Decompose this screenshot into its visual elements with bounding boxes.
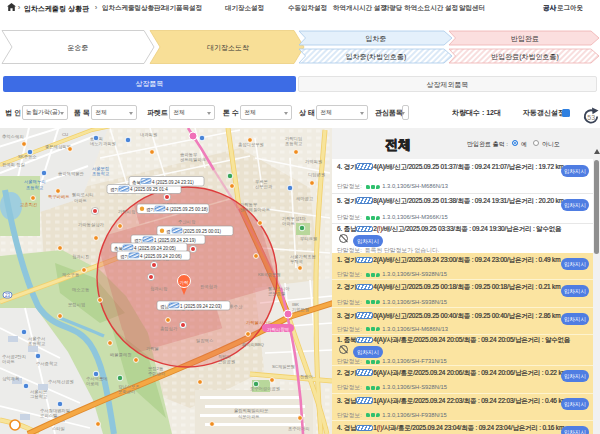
svg-text:곤운호텔: 곤운호텔 bbox=[268, 291, 285, 296]
svg-text:잔왕어: 잔왕어 bbox=[300, 374, 313, 379]
svg-text:(2025.09.25 00:01): (2025.09.25 00:01) bbox=[183, 229, 222, 234]
svg-text:식문아파트: 식문아파트 bbox=[238, 414, 259, 419]
svg-text:신무인과: 신무인과 bbox=[255, 184, 273, 189]
svg-text:부티크웰: 부티크웰 bbox=[300, 236, 317, 241]
svg-text:가역의원: 가역의원 bbox=[305, 159, 322, 164]
svg-text:초수아거리: 초수아거리 bbox=[288, 426, 309, 431]
svg-text:스타일: 스타일 bbox=[52, 426, 65, 431]
svg-text:상악계획: 상악계획 bbox=[2, 376, 19, 381]
svg-text:오피스텔: 오피스텔 bbox=[40, 413, 57, 418]
svg-text:4 (2025.09.25 01:4: 4 (2025.09.25 01:4 bbox=[130, 187, 168, 192]
svg-text:서울해누리: 서울해누리 bbox=[24, 179, 45, 184]
svg-text:경기: 경기 bbox=[134, 238, 143, 243]
svg-text:홍성디섯무원: 홍성디섯무원 bbox=[238, 142, 264, 147]
svg-text:충북: 충북 bbox=[132, 180, 142, 185]
svg-text:4 (2025.09.25 00:18): 4 (2025.09.25 00:18) bbox=[166, 207, 208, 212]
svg-text:주산시장: 주산시장 bbox=[178, 219, 196, 224]
svg-text:추억스쉐지: 추억스쉐지 bbox=[2, 134, 23, 139]
svg-text:초등학교: 초등학교 bbox=[92, 171, 109, 176]
svg-text:23: 23 bbox=[5, 293, 11, 298]
svg-text:4 (2025.09.24 20:06): 4 (2025.09.24 20:06) bbox=[140, 254, 182, 259]
svg-text:매소고동: 매소고동 bbox=[72, 287, 89, 292]
svg-text:경기: 경기 bbox=[110, 187, 119, 192]
svg-text:53: 53 bbox=[587, 114, 595, 121]
svg-text:초등학교: 초등학교 bbox=[26, 185, 43, 190]
svg-text:한국청과: 한국청과 bbox=[200, 284, 218, 289]
svg-text:KB국민은행: KB국민은행 bbox=[258, 272, 281, 277]
svg-text:특구바베트: 특구바베트 bbox=[48, 194, 69, 199]
svg-text:주민센터: 주민센터 bbox=[148, 371, 165, 376]
svg-text:한국회 창길: 한국회 창길 bbox=[2, 162, 25, 167]
svg-text:우체국: 우체국 bbox=[290, 259, 303, 264]
svg-text:아파트: 아파트 bbox=[282, 221, 295, 226]
svg-text:경: 경 bbox=[166, 229, 171, 234]
svg-text:센트레질아파트: 센트레질아파트 bbox=[240, 207, 270, 212]
svg-text:충북: 충북 bbox=[114, 246, 124, 251]
svg-text:기업은행: 기업은행 bbox=[292, 307, 309, 312]
svg-text:가락: 가락 bbox=[180, 280, 189, 285]
svg-text:입차중(차법인호출): 입차중(차법인호출) bbox=[346, 53, 407, 61]
svg-text:운송중: 운송중 bbox=[68, 44, 89, 51]
svg-text:네노기과의원: 네노기과의원 bbox=[90, 141, 116, 146]
svg-text:SK주유소: SK주유소 bbox=[18, 154, 37, 159]
svg-text:문화센터: 문화센터 bbox=[118, 389, 135, 394]
svg-text:그용학교: 그용학교 bbox=[30, 394, 47, 399]
svg-text:올림픽훼밀리타운: 올림픽훼밀리타운 bbox=[234, 408, 268, 413]
svg-text:4 (2025.09.24 20:05): 4 (2025.09.24 20:05) bbox=[134, 246, 176, 251]
svg-text:교촌치킨: 교촌치킨 bbox=[20, 202, 37, 207]
svg-text:초등학교: 초등학교 bbox=[285, 141, 302, 146]
svg-text:SC제일은행: SC제일은행 bbox=[272, 364, 295, 369]
svg-text:가락시장역: 가락시장역 bbox=[267, 327, 289, 332]
svg-text:센트레빌파크: 센트레빌파크 bbox=[180, 157, 206, 162]
svg-text:제소구동: 제소구동 bbox=[62, 272, 79, 277]
svg-text:1 (2025.09.24 23:19): 1 (2025.09.24 23:19) bbox=[154, 238, 196, 243]
svg-text:청과시진: 청과시진 bbox=[72, 254, 89, 259]
svg-text:아파트: 아파트 bbox=[2, 359, 15, 364]
svg-text:수서중학교: 수서중학교 bbox=[36, 361, 57, 366]
svg-text:가라동실상가: 가라동실상가 bbox=[78, 222, 104, 227]
svg-text:4 (2025.09.24 23:31): 4 (2025.09.24 23:31) bbox=[152, 180, 194, 185]
svg-text:초등학교: 초등학교 bbox=[28, 341, 45, 346]
svg-text:대기장소도착: 대기장소도착 bbox=[207, 44, 249, 51]
svg-text:입차중: 입차중 bbox=[366, 35, 387, 42]
svg-text:반입완료: 반입완료 bbox=[511, 35, 539, 42]
svg-text:1 (2025.09.24 22:03): 1 (2025.09.24 22:03) bbox=[180, 304, 222, 309]
svg-text:송파책박물관: 송파책박물관 bbox=[58, 171, 84, 176]
svg-text:문정시영: 문정시영 bbox=[68, 302, 85, 307]
svg-text:홍정싱가: 홍정싱가 bbox=[160, 326, 178, 331]
svg-text:딜잡맥스: 딜잡맥스 bbox=[196, 338, 213, 343]
svg-text:아로레: 아로레 bbox=[86, 381, 99, 386]
svg-text:경기: 경기 bbox=[120, 254, 129, 259]
svg-text:가락시장: 가락시장 bbox=[118, 209, 136, 214]
svg-text:청과시장: 청과시장 bbox=[150, 286, 168, 291]
svg-text:CU: CU bbox=[62, 132, 68, 137]
svg-text:디딤변원: 디딤변원 bbox=[308, 172, 325, 177]
svg-text:경남: 경남 bbox=[160, 304, 170, 309]
svg-text:반입완료(차법인호출): 반입완료(차법인호출) bbox=[491, 53, 559, 61]
svg-text:내과의원: 내과의원 bbox=[140, 132, 157, 137]
svg-text:가락몰: 가락몰 bbox=[146, 346, 159, 351]
svg-text:훼미리BBQ: 훼미리BBQ bbox=[241, 342, 265, 347]
svg-text:헬리오시티: 헬리오시티 bbox=[72, 192, 93, 197]
svg-text:배몰클레전: 배몰클레전 bbox=[110, 352, 131, 357]
svg-text:경기: 경기 bbox=[146, 207, 155, 212]
svg-text:좋은세상의원: 좋은세상의원 bbox=[45, 144, 71, 149]
svg-text:아파트: 아파트 bbox=[74, 198, 87, 203]
